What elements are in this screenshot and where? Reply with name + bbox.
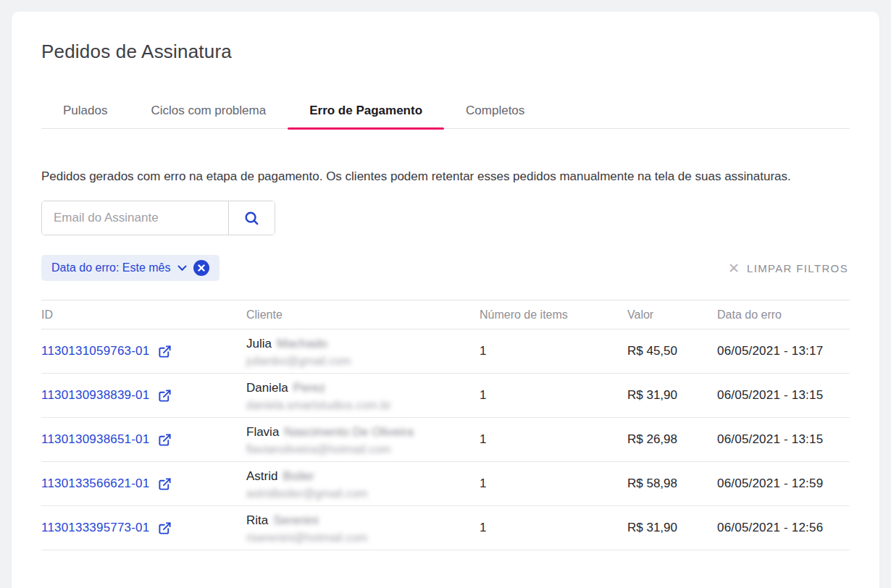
search-icon — [243, 210, 260, 227]
tab-label: Ciclos com problema — [151, 104, 266, 117]
client-first-name: Flavia — [246, 425, 279, 439]
external-link-icon[interactable] — [158, 477, 172, 491]
payment-errors-table: ID Cliente Número de items Valor Data do… — [41, 300, 850, 550]
order-id-link[interactable]: 1130133395773-01 — [41, 521, 149, 535]
client-email-blurred: flavianoliveira@hotmail.com — [246, 442, 480, 456]
client-last-name-blurred: Serenini — [273, 513, 318, 527]
client-last-name-blurred: Perez — [293, 381, 325, 395]
order-id-link[interactable]: 1130133566621-01 — [41, 476, 149, 491]
table-row: 1130133566621-01 Astrid Boiler as — [41, 462, 850, 506]
client-first-name: Daniela — [246, 381, 288, 395]
client-first-name: Astrid — [246, 469, 277, 483]
table-row: 1130131059763-01 Julia Machado ju — [41, 329, 850, 374]
chevron-down-icon — [177, 265, 187, 272]
column-header-items: Número de items — [480, 308, 627, 322]
error-date: 06/05/2021 - 13:17 — [717, 344, 850, 358]
client-first-name: Julia — [246, 337, 272, 350]
order-id-link[interactable]: 1130130938839-01 — [41, 388, 149, 403]
items-count: 1 — [480, 388, 627, 403]
subscriber-email-search — [41, 201, 275, 235]
search-button[interactable] — [228, 201, 275, 235]
tab-label: Pulados — [63, 104, 107, 117]
table-row: 1130133395773-01 Rita Serenini ri — [41, 506, 850, 550]
order-id-link[interactable]: 1130131059763-01 — [41, 344, 149, 358]
tab-label: Erro de Pagamento — [309, 104, 422, 117]
table-header-row: ID Cliente Número de items Valor Data do… — [41, 300, 850, 329]
order-value: R$ 26,98 — [627, 432, 717, 447]
client-first-name: Rita — [246, 513, 268, 527]
client-email-blurred: julianbo@gmail.com — [246, 354, 480, 368]
order-value: R$ 58,98 — [627, 476, 717, 491]
table-row: 1130130938839-01 Daniela Perez da — [41, 374, 850, 418]
tab[interactable]: Completos — [444, 104, 546, 128]
order-value: R$ 31,90 — [627, 521, 717, 535]
tab[interactable]: Erro de Pagamento — [288, 104, 444, 128]
order-id-cell: 1130131059763-01 — [41, 344, 246, 358]
client-last-name-blurred: Boiler — [283, 469, 314, 483]
client-email-blurred: riserenini@hotmail.com — [246, 531, 480, 545]
clear-filters-button[interactable]: ✕ LIMPAR FILTROS — [728, 261, 848, 275]
client-cell: Astrid Boiler astridboiler@gmail.com — [246, 468, 480, 500]
client-email-blurred: daniela.smartstudios.com.br — [246, 398, 480, 412]
error-date: 06/05/2021 - 13:15 — [717, 388, 850, 403]
search-input[interactable] — [42, 201, 228, 235]
error-date: 06/05/2021 - 12:59 — [717, 476, 850, 491]
tab[interactable]: Pulados — [41, 104, 129, 128]
items-count: 1 — [480, 432, 627, 447]
client-cell: Flavia Nascimento De Oliveira flavianoli… — [246, 424, 480, 456]
client-last-name-blurred: Machado — [277, 337, 327, 350]
subscription-orders-card: Pedidos de Assinatura Pulados Ciclos com… — [12, 12, 879, 588]
order-id-link[interactable]: 1130130938651-01 — [41, 432, 149, 447]
client-name: Astrid Boiler — [246, 469, 480, 483]
column-header-valor: Valor — [627, 308, 717, 322]
client-last-name-blurred: Nascimento De Oliveira — [284, 425, 414, 439]
order-id-cell: 1130130938839-01 — [41, 388, 246, 403]
external-link-icon[interactable] — [158, 389, 172, 403]
client-name: Rita Serenini — [246, 513, 480, 527]
column-header-data-erro: Data do erro — [717, 308, 850, 322]
clear-filters-label: LIMPAR FILTROS — [747, 262, 848, 274]
items-count: 1 — [480, 476, 627, 491]
client-cell: Rita Serenini riserenini@hotmail.com — [246, 512, 480, 545]
error-date: 06/05/2021 - 13:15 — [717, 432, 850, 447]
error-date-filter-chip[interactable]: Data do erro: Este mês — [41, 255, 219, 281]
client-email-blurred: astridboiler@gmail.com — [246, 487, 480, 500]
close-icon: ✕ — [728, 261, 740, 275]
order-id-cell: 1130130938651-01 — [41, 432, 246, 447]
tab[interactable]: Ciclos com problema — [129, 104, 288, 128]
column-header-cliente: Cliente — [246, 308, 480, 322]
order-value: R$ 31,90 — [627, 388, 717, 403]
client-name: Julia Machado — [246, 337, 480, 350]
filter-row: Data do erro: Este mês ✕ LIMPAR FILTROS — [41, 255, 850, 281]
client-cell: Julia Machado julianbo@gmail.com — [246, 335, 480, 368]
items-count: 1 — [480, 521, 627, 535]
column-header-id: ID — [41, 308, 246, 322]
tab-description: Pedidos gerados com erro na etapa de pag… — [41, 167, 850, 187]
items-count: 1 — [480, 344, 627, 358]
external-link-icon[interactable] — [158, 345, 172, 358]
external-link-icon[interactable] — [158, 433, 172, 447]
client-name: Daniela Perez — [246, 381, 480, 395]
client-name: Flavia Nascimento De Oliveira — [246, 425, 480, 439]
remove-filter-icon[interactable] — [193, 260, 209, 276]
order-id-cell: 1130133566621-01 — [41, 476, 246, 491]
client-cell: Daniela Perez daniela.smartstudios.com.b… — [246, 379, 480, 412]
page-title: Pedidos de Assinatura — [41, 41, 850, 63]
table-row: 1130130938651-01 Flavia Nascimento De Ol… — [41, 418, 850, 462]
tabbar: Pulados Ciclos com problema Erro de Paga… — [41, 104, 850, 129]
external-link-icon[interactable] — [158, 521, 172, 535]
order-value: R$ 45,50 — [627, 344, 717, 358]
error-date: 06/05/2021 - 12:56 — [717, 521, 850, 535]
filter-chip-label: Data do erro: Este mês — [51, 261, 171, 274]
order-id-cell: 1130133395773-01 — [41, 521, 246, 535]
tab-label: Completos — [466, 104, 524, 117]
